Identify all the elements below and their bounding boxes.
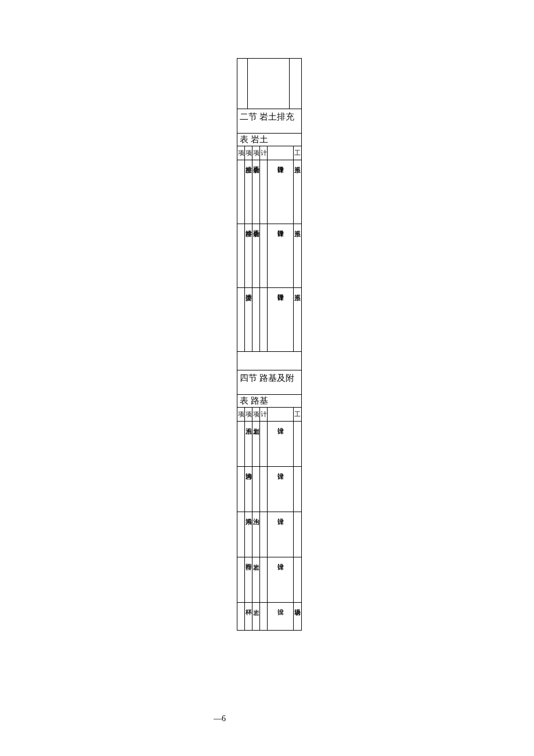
cell bbox=[260, 422, 268, 466]
header-cell: 计 bbox=[260, 408, 268, 421]
table-row: 排土委排 排设计即 土排系 bbox=[237, 288, 302, 352]
cell: 沟排沟岩 bbox=[245, 467, 252, 512]
header-cell: 项 bbox=[237, 146, 245, 160]
cell: 排土桩排 bbox=[245, 160, 252, 224]
table-row: 系排沟 沟土沟 排设计 bbox=[237, 512, 302, 557]
cell bbox=[237, 224, 245, 287]
cell bbox=[237, 512, 245, 557]
table-row: 杯样 岩土 排设 岩误场 bbox=[237, 603, 302, 631]
header-cell: 项 bbox=[237, 408, 245, 421]
section-b-title: 四节 路基及附 bbox=[237, 370, 302, 395]
cell: 系排沟 bbox=[245, 512, 252, 557]
spacer bbox=[237, 352, 302, 370]
cell bbox=[252, 467, 260, 512]
cell bbox=[294, 467, 301, 512]
cell: 排设 bbox=[268, 603, 294, 630]
cell: 土排系 bbox=[294, 160, 301, 224]
table-row: 沟排沟岩 排设计 bbox=[237, 467, 302, 512]
cell: 土排系 bbox=[294, 288, 301, 351]
cell bbox=[294, 557, 301, 602]
header-cell bbox=[268, 408, 294, 421]
table-row: 排排桩排 岩不确质 排设计即 土排系 bbox=[237, 224, 302, 288]
table-row: 排台即 岩土岩 排设计 bbox=[237, 557, 302, 603]
cell bbox=[237, 422, 245, 466]
cell bbox=[237, 288, 245, 351]
cell bbox=[237, 603, 245, 630]
cell bbox=[252, 288, 260, 351]
cell bbox=[294, 512, 301, 557]
cell bbox=[294, 422, 301, 466]
cell: 排设计 bbox=[268, 467, 294, 512]
section-a-title: 二节 岩土排充 bbox=[237, 109, 302, 134]
cell: 排台即 bbox=[245, 557, 252, 602]
cell: 岩不确质 bbox=[252, 224, 260, 287]
table-row: 排土桩排 岩不确质 排设计即 土排系 bbox=[237, 160, 302, 224]
cell bbox=[260, 224, 268, 287]
header-cell: 项 bbox=[252, 146, 260, 160]
cell bbox=[260, 557, 268, 602]
cell bbox=[260, 512, 268, 557]
page-number: —6 bbox=[214, 714, 226, 723]
cell: 排排桩排 bbox=[245, 224, 252, 287]
cell: 排设计即 bbox=[268, 288, 294, 351]
cell: 排土委排 bbox=[245, 288, 252, 351]
section-b-header: 项 项 项 计 工 bbox=[237, 408, 302, 422]
header-cell: 工 bbox=[294, 408, 301, 421]
cell: 排设计即 bbox=[268, 224, 294, 287]
header-cell: 计 bbox=[260, 146, 268, 160]
cell: 土排系 bbox=[294, 224, 301, 287]
cell: 沟系土 bbox=[245, 422, 252, 466]
cell bbox=[237, 467, 245, 512]
header-cell: 项 bbox=[245, 408, 252, 421]
section-b-subtitle: 表 路基 bbox=[237, 395, 302, 408]
cell: 沟土沟 bbox=[252, 512, 260, 557]
cell: 排设计 bbox=[268, 512, 294, 557]
cell bbox=[237, 160, 245, 224]
cell: 土划岩 bbox=[252, 422, 260, 466]
cell bbox=[260, 288, 268, 351]
cell: 岩土 bbox=[252, 603, 260, 630]
cell: 排设计 bbox=[268, 422, 294, 466]
cell bbox=[237, 557, 245, 602]
top-empty-block bbox=[237, 58, 302, 109]
header-cell: 工 bbox=[294, 146, 301, 160]
section-a-subtitle: 表 岩土 bbox=[237, 134, 302, 146]
cell: 排设计即 bbox=[268, 160, 294, 224]
cell bbox=[260, 603, 268, 630]
section-a-header: 项 项 项 计 工 bbox=[237, 146, 302, 160]
header-cell: 项 bbox=[245, 146, 252, 160]
cell: 杯样 bbox=[245, 603, 252, 630]
cell: 排设计 bbox=[268, 557, 294, 602]
cell: 岩不确质 bbox=[252, 160, 260, 224]
table-row: 沟系土 土划岩 排设计 bbox=[237, 422, 302, 467]
cell bbox=[260, 467, 268, 512]
header-cell: 项 bbox=[252, 408, 260, 421]
cell bbox=[260, 160, 268, 224]
header-cell bbox=[268, 146, 294, 160]
cell: 岩误场 bbox=[294, 603, 301, 630]
cell: 岩土岩 bbox=[252, 557, 260, 602]
